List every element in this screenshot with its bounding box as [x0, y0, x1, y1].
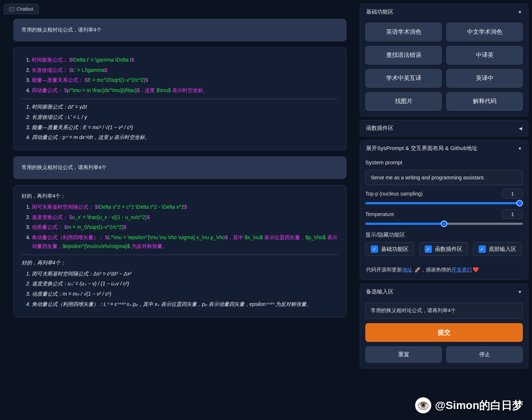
panel-title: 备选输入区 — [366, 288, 394, 295]
toggle-plugins[interactable]: ✓ 函数插件区 — [419, 242, 468, 256]
panel-title: 函数插件区 — [366, 125, 394, 132]
temperature-label: Temperature — [365, 211, 394, 217]
toggle-basic[interactable]: ✓ 基础功能区 — [365, 242, 414, 256]
fn-english-polish[interactable]: 英语学术润色 — [365, 23, 442, 41]
chevron-down-icon: ▼ — [518, 289, 522, 295]
checkbox-checked-icon: ✓ — [479, 245, 486, 253]
rendered-intro: 好的，再列举4个： — [22, 259, 338, 267]
divider — [22, 99, 338, 99]
checkbox-checked-icon: ✓ — [425, 245, 432, 253]
submit-button[interactable]: 提交 — [365, 323, 523, 342]
assistant-message: 好的，再列举4个： 闵可夫斯基时空间隔公式： $\Delta s^2 = c^2… — [13, 185, 347, 317]
heart-icon: ❤️ — [473, 266, 479, 274]
user-msg-text: 常用的狭义相对论公式，请再列举4个 — [22, 164, 107, 170]
basic-panel: 基础功能区 ▼ 英语学术润色 中文学术润色 查找语法错误 中译英 学术中英互译 … — [360, 4, 528, 116]
chat-scroll[interactable]: 常用的狭义相对论公式，请列举4个 时间膨胀公式： $\Delta t' = \g… — [4, 17, 356, 416]
fn-explain-code[interactable]: 解释代码 — [446, 92, 523, 111]
fn-grammar-check[interactable]: 查找语法错误 — [365, 46, 442, 65]
fn-academic-translate[interactable]: 学术中英互译 — [365, 69, 442, 88]
rendered-row: 速度变换公式：uₓ′ = (uₓ − v) / (1 − uₓv / c²) — [32, 280, 338, 288]
reset-button[interactable]: 重置 — [365, 346, 442, 363]
chevron-down-icon: ▼ — [518, 10, 522, 15]
chat-icon — [9, 7, 14, 11]
asst-intro: 好的，再列举4个： — [22, 192, 338, 201]
panel-title: 基础功能区 — [366, 8, 394, 15]
topp-label: Top-p (nucleus sampling) — [365, 191, 422, 197]
topp-value[interactable]: 1 — [502, 189, 523, 198]
panel-title: 展开SysPrompt & 交互界面布局 & Github地址 — [366, 145, 477, 152]
plugins-panel-header[interactable]: 函数插件区 ◀ — [360, 120, 528, 136]
toggle-bottom-input[interactable]: ✓ 底部输入区 — [473, 242, 522, 256]
fn-find-image[interactable]: 找图片 — [365, 92, 442, 111]
formula-row: 角动量公式（利用四维矢量）： $L^\mu = \epsilon^{\mu \n… — [32, 233, 338, 251]
fn-zh-to-en[interactable]: 中译英 — [446, 46, 523, 65]
rocket-icon: 🚀 — [414, 266, 421, 274]
chat-tab-label: Chatbot — [16, 6, 33, 12]
user-message: 常用的狭义相对论公式，请再列举4个 — [13, 156, 347, 179]
rendered-row: 能量—质量关系公式：E = mc² / √(1 − v² / c²) — [32, 123, 338, 132]
temperature-value[interactable]: 1 — [502, 209, 523, 219]
temperature-slider[interactable] — [365, 221, 523, 226]
assistant-message: 时间膨胀公式： $\Delta t' = \gamma \Delta t$ 长度… — [13, 47, 347, 150]
stop-button[interactable]: 停止 — [446, 346, 523, 363]
rendered-row: 四动量公式：pᵘ = m dxᵘ/dτ，这里 μ 表示时空坐标。 — [32, 133, 338, 142]
rendered-row: 时间膨胀公式：Δt′ = γΔt — [32, 103, 338, 112]
sysprompt-label: System prompt — [365, 159, 523, 165]
rendered-row: 长度收缩公式：L′ = L / γ — [32, 113, 338, 122]
toggle-label: 基础功能区 — [381, 246, 409, 253]
checkbox-checked-icon: ✓ — [371, 245, 378, 253]
toggle-label: 底部输入区 — [489, 246, 516, 253]
advanced-panel: 展开SysPrompt & 交互界面布局 & Github地址 ▼ System… — [360, 140, 528, 280]
fn-en-to-zh[interactable]: 英译中 — [446, 69, 523, 88]
toggle-label: 函数插件区 — [435, 246, 462, 253]
input-panel-header[interactable]: 备选输入区 ▼ — [360, 284, 528, 300]
user-message: 常用的狭义相对论公式，请列举4个 — [13, 19, 347, 41]
formula-row: 四动量公式： $p^\mu = m \frac{dx^\mu}{d\tau}$，… — [32, 86, 338, 95]
rendered-row: 闵可夫斯基时空间隔公式：Δs² = c²Δt² − Δx² — [32, 270, 338, 278]
user-msg-text: 常用的狭义相对论公式，请列举4个 — [22, 27, 101, 33]
repo-link[interactable]: 地址 — [402, 267, 412, 273]
developers-link[interactable]: 开发者们 — [451, 267, 472, 273]
basic-panel-header[interactable]: 基础功能区 ▼ — [360, 4, 528, 20]
formula-row: 动质量公式： $m = m_0/\sqrt{1-v^2/c^2}$ — [32, 223, 338, 232]
divider — [22, 255, 338, 255]
chevron-down-icon: ▼ — [518, 146, 522, 151]
advanced-panel-header[interactable]: 展开SysPrompt & 交互界面布局 & Github地址 ▼ — [360, 140, 528, 156]
sysprompt-input[interactable]: Serve me as a writing and programming as… — [365, 170, 523, 185]
input-panel: 备选输入区 ▼ 常用的狭义相对论公式，请再列举4个 提交 重置 停止 — [360, 284, 528, 368]
rendered-row: 动质量公式：m = m₀ / √(1 − v² / c²) — [32, 290, 338, 299]
rendered-row: 角动量公式（利用四维矢量）：Lᵘ = εᵘᵛᵖˢ xᵥ pₚ，其中 xᵥ 表示位… — [32, 300, 338, 309]
plugins-panel: 函数插件区 ◀ — [360, 120, 528, 136]
prompt-input[interactable]: 常用的狭义相对论公式，请再列举4个 — [365, 303, 523, 319]
formula-row: 闵可夫斯基时空间隔公式： $\Delta s^2 = c^2 \Delta t^… — [32, 203, 338, 212]
chat-tab[interactable]: Chatbot — [4, 4, 39, 14]
toggle-section-title: 显示/隐藏功能区 — [365, 231, 523, 238]
credits-line: 代码开源和更新地址 🚀，感谢热情的开发者们❤️ — [360, 261, 528, 280]
chevron-left-icon: ◀ — [519, 126, 522, 131]
topp-slider[interactable] — [365, 201, 523, 206]
formula-row: 长度收缩公式： $L' = L/\gamma$ — [32, 66, 338, 75]
fn-chinese-polish[interactable]: 中文学术润色 — [446, 23, 523, 41]
formula-row: 速度变换公式： $u_x' = \frac{u_x - v}{1 - u_xv/… — [32, 213, 338, 222]
formula-row: 能量—质量关系公式： $E = mc^2/\sqrt{1-v^2/c^2}$ — [32, 76, 338, 85]
formula-row: 时间膨胀公式： $\Delta t' = \gamma \Delta t$ — [32, 56, 338, 65]
